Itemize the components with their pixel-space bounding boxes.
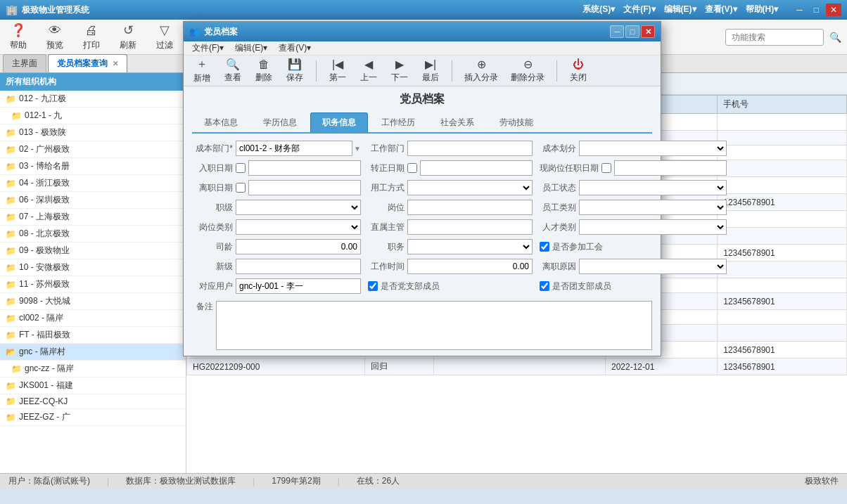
modal-menu-edit[interactable]: 编辑(E)▾ bbox=[229, 41, 273, 55]
new-level-input[interactable] bbox=[236, 259, 361, 274]
sidebar-item-02[interactable]: 📁 02 - 广州极致 bbox=[0, 141, 186, 158]
sidebar-item-08[interactable]: 📁 08 - 北京极致 bbox=[0, 226, 186, 243]
sub-tab-skills[interactable]: 劳动技能 bbox=[488, 112, 545, 132]
modal-toolbar-delete-entry[interactable]: ⊖ 删除分录 bbox=[507, 56, 548, 85]
level-select[interactable] bbox=[236, 200, 361, 215]
sidebar-item-gnc[interactable]: 📂 gnc - 隔岸村 bbox=[0, 344, 186, 361]
menu-system[interactable]: 系统(S)▾ bbox=[582, 4, 615, 16]
work-dept-input[interactable] bbox=[407, 141, 533, 156]
toolbar-help[interactable]: ❓ 帮助 bbox=[6, 21, 31, 53]
resign-reason-select[interactable] bbox=[579, 259, 727, 274]
current-post-date-checkbox[interactable] bbox=[601, 163, 611, 173]
modal-maximize-button[interactable]: □ bbox=[625, 25, 639, 38]
current-post-date-row: 现岗位任职日期 bbox=[540, 160, 727, 176]
resign-date-input[interactable] bbox=[248, 180, 361, 195]
entry-date-input[interactable] bbox=[248, 160, 361, 176]
modal-toolbar-delete[interactable]: 🗑 删除 bbox=[251, 57, 276, 85]
sub-tab-history[interactable]: 工作经历 bbox=[369, 112, 427, 132]
delete-icon: 🗑 bbox=[258, 58, 269, 71]
tab-party-query[interactable]: 党员档案查询 ✕ bbox=[48, 54, 127, 72]
sidebar-item-10[interactable]: 📁 10 - 安微极致 bbox=[0, 259, 186, 276]
party-member-checkbox[interactable] bbox=[368, 281, 378, 291]
direct-manager-row: 直属主管 bbox=[368, 219, 533, 235]
formal-date-checkbox[interactable] bbox=[407, 163, 417, 173]
sidebar-item-09[interactable]: 📁 09 - 极致物业 bbox=[0, 243, 186, 259]
talent-type-select[interactable] bbox=[579, 219, 727, 235]
remarks-textarea[interactable] bbox=[216, 301, 652, 350]
sub-tab-education[interactable]: 学历信息 bbox=[251, 112, 309, 132]
sidebar-item-JKS001[interactable]: 📁 JKS001 - 福建 bbox=[0, 377, 186, 394]
formal-date-input[interactable] bbox=[420, 160, 533, 176]
close-app-button[interactable]: ✕ bbox=[826, 4, 841, 16]
tab-main[interactable]: 主界面 bbox=[3, 54, 46, 72]
toolbar-preview[interactable]: 👁 预览 bbox=[42, 22, 68, 53]
salary-input[interactable] bbox=[236, 239, 361, 254]
sidebar-item-cl002[interactable]: 📁 cl002 - 隔岸 bbox=[0, 310, 186, 327]
modal-toolbar-view[interactable]: 🔍 查看 bbox=[220, 56, 246, 85]
modal-close-button[interactable]: ✕ bbox=[641, 25, 655, 38]
current-post-date-input[interactable] bbox=[614, 160, 727, 176]
emp-status-select[interactable] bbox=[579, 180, 727, 195]
cost-split-select[interactable] bbox=[579, 141, 727, 156]
main-search-input[interactable] bbox=[725, 29, 824, 46]
post-input[interactable] bbox=[407, 200, 533, 215]
sidebar-item-11[interactable]: 📁 11 - 苏州极致 bbox=[0, 276, 186, 293]
maximize-button[interactable]: □ bbox=[810, 4, 823, 16]
sidebar-item-013[interactable]: 📁 013 - 极致陕 bbox=[0, 124, 186, 141]
sidebar-item-012-1[interactable]: 📁 012-1 - 九 bbox=[0, 108, 186, 124]
tab-close-icon[interactable]: ✕ bbox=[113, 60, 118, 67]
sidebar-item-012[interactable]: 📁 012 - 九江极 bbox=[0, 91, 186, 108]
menu-help[interactable]: 帮助(H)▾ bbox=[746, 4, 779, 16]
menu-file[interactable]: 文件(F)▾ bbox=[623, 4, 655, 16]
sidebar-item-gnc-zz[interactable]: 📁 gnc-zz - 隔岸 bbox=[0, 361, 186, 377]
modal-menu-file[interactable]: 文件(F)▾ bbox=[186, 41, 229, 55]
modal-toolbar-add[interactable]: ＋ 新增 bbox=[189, 56, 215, 86]
sidebar-item-JEEZ-HN-KJ[interactable]: 📁 JEEZ-HN-KJ bbox=[0, 426, 186, 428]
modal-toolbar-close[interactable]: ⏻ 关闭 bbox=[566, 57, 591, 85]
league-member-checkbox[interactable] bbox=[540, 281, 549, 291]
sidebar-item-JEEZ-CQ-KJ[interactable]: 📁 JEEZ-CQ-KJ bbox=[0, 394, 186, 409]
duty-select[interactable] bbox=[407, 239, 533, 254]
emp-type-select[interactable] bbox=[579, 200, 727, 215]
sidebar-item-9098[interactable]: 📁 9098 - 大悦城 bbox=[0, 293, 186, 310]
help-icon: ❓ bbox=[11, 22, 26, 38]
modal-toolbar-next[interactable]: ▶ 下一 bbox=[387, 56, 412, 85]
modal-minimize-button[interactable]: ─ bbox=[610, 25, 624, 38]
menu-view[interactable]: 查看(V)▾ bbox=[705, 4, 737, 16]
sidebar-item-07[interactable]: 📁 07 - 上海极致 bbox=[0, 209, 186, 226]
folder-icon: 📁 bbox=[6, 128, 16, 138]
toolbar-print[interactable]: 🖨 打印 bbox=[79, 22, 104, 53]
sub-tab-bar: 基本信息 学历信息 职务信息 工作经历 社会关系 劳动技能 bbox=[192, 112, 652, 134]
modal-toolbar-prev[interactable]: ◀ 上一 bbox=[356, 56, 381, 85]
sidebar-item-FT[interactable]: 📁 FT - 福田极致 bbox=[0, 327, 186, 344]
sidebar-item-06[interactable]: 📁 06 - 深圳极致 bbox=[0, 192, 186, 209]
sub-tab-duty[interactable]: 职务信息 bbox=[310, 112, 368, 132]
sub-tab-basic[interactable]: 基本信息 bbox=[192, 112, 250, 132]
work-time-label: 工作时间 bbox=[368, 261, 405, 273]
sidebar-item-04[interactable]: 📁 04 - 浙江极致 bbox=[0, 175, 186, 192]
modal-toolbar-save[interactable]: 💾 保存 bbox=[282, 56, 307, 85]
menu-edit[interactable]: 编辑(E)▾ bbox=[664, 4, 696, 16]
work-type-select[interactable] bbox=[407, 180, 533, 195]
modal-menu-view[interactable]: 查看(V)▾ bbox=[273, 41, 317, 55]
remarks-label: 备注 bbox=[192, 298, 213, 313]
union-checkbox[interactable] bbox=[540, 242, 549, 252]
sidebar-item-JEEZ-GZ[interactable]: 📁 JEEZ-GZ - 广 bbox=[0, 409, 186, 426]
modal-toolbar-insert-entry[interactable]: ⊕ 插入分录 bbox=[461, 56, 502, 85]
toolbar-filter[interactable]: ▽ 过滤 bbox=[152, 21, 177, 53]
post-type-select[interactable] bbox=[236, 219, 361, 235]
toolbar-refresh[interactable]: ↺ 刷新 bbox=[115, 21, 141, 53]
cost-dept-picker[interactable]: ▼ bbox=[354, 145, 361, 153]
work-time-input[interactable] bbox=[407, 259, 533, 274]
resign-date-checkbox[interactable] bbox=[236, 183, 246, 193]
modal-toolbar-first[interactable]: |◀ 第一 bbox=[325, 56, 350, 85]
sub-tab-social[interactable]: 社会关系 bbox=[428, 112, 486, 132]
table-row[interactable]: HG20221209-000回归2022-12-0112345678901 bbox=[187, 358, 847, 375]
sidebar-item-03[interactable]: 📁 03 - 博给名册 bbox=[0, 158, 186, 175]
minimize-button[interactable]: ─ bbox=[792, 4, 807, 16]
modal-toolbar-last[interactable]: ▶| 最后 bbox=[418, 56, 443, 85]
cost-dept-input[interactable] bbox=[236, 141, 352, 156]
correspond-user-input[interactable] bbox=[236, 278, 361, 294]
direct-manager-input[interactable] bbox=[407, 219, 533, 235]
entry-date-checkbox[interactable] bbox=[236, 163, 246, 173]
